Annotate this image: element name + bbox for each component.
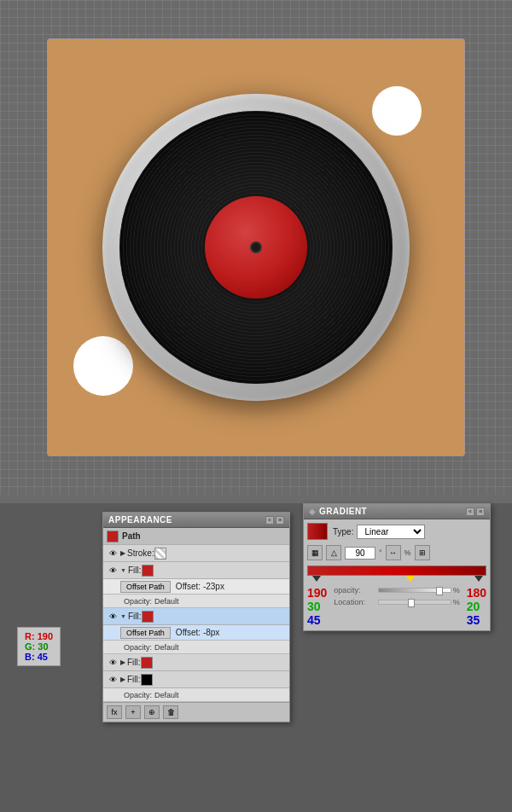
opacity2-label: Opacity: — [124, 643, 152, 652]
location-percent: % — [453, 598, 460, 606]
opacity-input-row: opacity: % — [334, 586, 459, 594]
gradient-right-g: 20 — [467, 600, 486, 613]
location-label: Location: — [334, 598, 376, 606]
opacity3-label: Opacity: — [124, 691, 152, 699]
stroke-swatch[interactable] — [154, 548, 166, 560]
fill2-visibility-icon[interactable]: 👁 — [107, 611, 119, 623]
add-button[interactable]: + — [125, 705, 141, 719]
stroke-visibility-icon[interactable]: 👁 — [107, 548, 119, 560]
fill4-expand-icon[interactable]: ▶ — [120, 676, 125, 683]
opacity-percent: % — [453, 586, 460, 594]
fill2-expand-icon[interactable]: ▼ — [120, 613, 126, 619]
gradient-collapse-btn[interactable]: « — [466, 508, 474, 516]
opacity-slider[interactable] — [378, 588, 451, 593]
gradient-left-b: 45 — [307, 613, 327, 627]
gradient-right-b: 35 — [467, 613, 486, 627]
delete-button[interactable]: 🗑 — [163, 705, 178, 719]
rgb-display: R: 190 G: 30 B: 45 — [17, 627, 61, 666]
gradient-right-r: 180 — [467, 586, 486, 600]
gradient-menu-btn[interactable]: ≡ — [476, 508, 485, 516]
angle-degree-symbol: ° — [379, 548, 382, 557]
fill4-visibility-icon[interactable]: 👁 — [107, 674, 119, 686]
rgb-r-value: R: 190 — [25, 631, 53, 641]
gradient-right-values: 180 20 35 — [467, 586, 486, 627]
type-select[interactable]: Linear Radial — [357, 525, 425, 539]
opacity1-label: Opacity: — [124, 597, 152, 606]
gradient-stop-right[interactable] — [474, 576, 483, 582]
fill2-label: Fill: — [128, 612, 142, 621]
duplicate-button[interactable]: ⊕ — [144, 705, 160, 719]
location-input-row: Location: % — [334, 598, 459, 606]
offset-path1-button[interactable]: Offset Path — [120, 581, 171, 593]
gradient-left-g: 30 — [307, 600, 327, 613]
percent-sign: % — [404, 548, 411, 557]
gradient-values-area: 190 30 45 opacity: % Location: — [307, 586, 486, 627]
gradient-bar[interactable] — [307, 566, 486, 576]
gradient-panel-controls: « ≡ — [466, 508, 485, 516]
opacity-slider-thumb[interactable] — [436, 587, 443, 595]
fill4-swatch[interactable] — [141, 674, 153, 686]
fill1-expand-icon[interactable]: ▼ — [120, 567, 126, 573]
panel-collapse-btn[interactable]: « — [265, 516, 274, 525]
gradient-titlebar: ◆ GRADIENT « ≡ — [304, 504, 490, 519]
appearance-titlebar: APPEARANCE « ≡ — [103, 513, 289, 528]
offset1-value: Offset: -23px — [176, 582, 224, 591]
appearance-panel: APPEARANCE « ≡ Path 👁 ▶ Stroke: 👁 ▼ Fill… — [102, 512, 290, 722]
opacity1-value: Default — [154, 597, 179, 606]
gradient-preview — [307, 523, 328, 540]
canvas-area — [0, 0, 512, 495]
opacity3-row: Opacity: Default — [103, 688, 289, 702]
gradient-left-values: 190 30 45 — [307, 586, 327, 627]
appearance-toolbar: fx + ⊕ 🗑 — [103, 702, 289, 722]
gradient-bar-container — [307, 566, 486, 579]
gradient-title: GRADIENT — [319, 507, 367, 516]
location-slider-thumb[interactable] — [408, 599, 415, 607]
fill1-visibility-icon[interactable]: 👁 — [107, 565, 119, 577]
gradient-copy-btn[interactable]: ⊞ — [415, 545, 430, 560]
offset-path1-row[interactable]: Offset Path Offset: -23px — [103, 579, 289, 594]
angle-input[interactable] — [345, 547, 375, 560]
gradient-flip-btn[interactable]: ↔ — [386, 545, 401, 560]
stroke-expand-icon[interactable]: ▶ — [120, 549, 125, 557]
offset-path2-button[interactable]: Offset Path — [120, 627, 171, 639]
opacity-label: opacity: — [334, 586, 376, 594]
gradient-toolbar: ▦ △ ° ↔ % ⊞ — [307, 545, 486, 560]
type-label: Type: — [333, 527, 353, 536]
fill1-label: Fill: — [128, 566, 142, 575]
vinyl-center-hole — [250, 241, 262, 253]
gradient-diamond-icon: ◆ — [309, 507, 316, 516]
gradient-tool-btn1[interactable]: ▦ — [307, 545, 323, 560]
opacity2-row: Opacity: Default — [103, 641, 289, 654]
fx-button[interactable]: fx — [107, 705, 122, 719]
fill3-swatch[interactable] — [141, 657, 153, 669]
gradient-left-r: 190 — [307, 586, 327, 600]
offset-path2-row[interactable]: Offset Path Offset: -8px — [103, 625, 289, 641]
gradient-stop-mid[interactable] — [406, 576, 415, 582]
rgb-b-value: B: 45 — [25, 652, 53, 662]
opacity2-value: Default — [154, 643, 179, 652]
fill1-row[interactable]: 👁 ▼ Fill: — [103, 562, 289, 579]
gradient-sliders: opacity: % Location: % — [334, 586, 459, 627]
stroke-row[interactable]: 👁 ▶ Stroke: — [103, 545, 289, 562]
fill4-label: Fill: — [127, 675, 141, 684]
appearance-title: APPEARANCE — [108, 515, 172, 525]
fill3-row[interactable]: 👁 ▶ Fill: — [103, 654, 289, 671]
bottom-panels-area: R: 190 G: 30 B: 45 APPEARANCE « ≡ Path 👁… — [0, 503, 512, 812]
fill2-row[interactable]: 👁 ▼ Fill: — [103, 608, 289, 625]
fill3-expand-icon[interactable]: ▶ — [120, 658, 125, 666]
gradient-stop-left[interactable] — [312, 576, 321, 582]
gradient-panel: ◆ GRADIENT « ≡ Type: Linear Radial ▦ — [303, 503, 491, 631]
vinyl-container[interactable] — [102, 94, 410, 401]
path-label: Path — [122, 531, 141, 541]
fill1-swatch[interactable] — [142, 565, 154, 577]
panel-controls: « ≡ — [265, 516, 284, 525]
gradient-content: Type: Linear Radial ▦ △ ° ↔ % ⊞ — [304, 519, 490, 630]
gradient-tool-btn2[interactable]: △ — [326, 545, 341, 560]
panel-menu-btn[interactable]: ≡ — [276, 516, 284, 525]
fill2-swatch[interactable] — [142, 611, 154, 623]
stroke-label: Stroke: — [127, 548, 154, 558]
fill3-visibility-icon[interactable]: 👁 — [107, 657, 119, 669]
location-slider[interactable] — [378, 600, 451, 605]
fill4-row[interactable]: 👁 ▶ Fill: — [103, 671, 289, 688]
gradient-type-row: Type: Linear Radial — [307, 523, 486, 540]
